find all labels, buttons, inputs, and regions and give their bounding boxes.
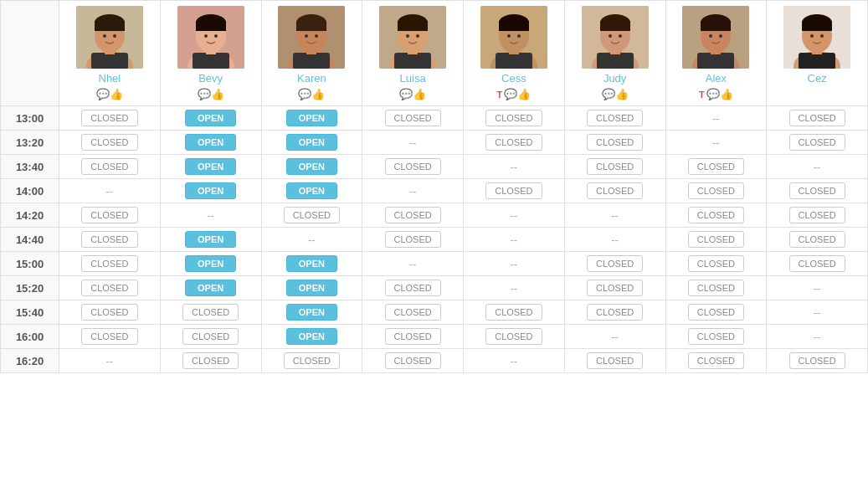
slot-cell[interactable]: CLOSED bbox=[767, 131, 868, 155]
slot-cell[interactable]: CLOSED bbox=[767, 252, 868, 276]
open-button[interactable]: OPEN bbox=[185, 182, 236, 199]
slot-cell[interactable]: CLOSED bbox=[362, 203, 464, 228]
slot-cell[interactable]: CLOSED bbox=[464, 300, 565, 325]
slot-cell[interactable]: CLOSED bbox=[665, 203, 767, 228]
closed-button[interactable]: CLOSED bbox=[587, 304, 643, 321]
slot-cell[interactable]: CLOSED bbox=[767, 203, 868, 228]
slot-cell[interactable]: OPEN bbox=[160, 252, 261, 276]
closed-button[interactable]: CLOSED bbox=[81, 207, 137, 223]
open-button[interactable]: OPEN bbox=[185, 134, 236, 151]
slot-cell[interactable]: CLOSED bbox=[665, 300, 767, 325]
closed-button[interactable]: CLOSED bbox=[182, 352, 239, 369]
closed-button[interactable]: CLOSED bbox=[587, 158, 643, 175]
closed-button[interactable]: CLOSED bbox=[81, 328, 137, 345]
closed-button[interactable]: CLOSED bbox=[385, 328, 441, 345]
closed-button[interactable]: CLOSED bbox=[385, 352, 441, 369]
slot-cell[interactable]: -- bbox=[261, 228, 362, 252]
open-button[interactable]: OPEN bbox=[185, 255, 236, 272]
slot-cell[interactable]: -- bbox=[464, 276, 565, 300]
slot-cell[interactable]: CLOSED bbox=[564, 155, 665, 179]
closed-button[interactable]: CLOSED bbox=[789, 231, 845, 248]
slot-cell[interactable]: CLOSED bbox=[59, 252, 161, 276]
closed-button[interactable]: CLOSED bbox=[485, 182, 542, 199]
closed-button[interactable]: CLOSED bbox=[789, 134, 845, 151]
slot-cell[interactable]: CLOSED bbox=[362, 228, 464, 252]
closed-button[interactable]: CLOSED bbox=[284, 207, 340, 223]
slot-cell[interactable]: CLOSED bbox=[464, 325, 565, 349]
open-button[interactable]: OPEN bbox=[286, 328, 337, 345]
slot-cell[interactable]: CLOSED bbox=[464, 131, 565, 155]
slot-cell[interactable]: CLOSED bbox=[665, 179, 767, 203]
slot-cell[interactable]: -- bbox=[464, 203, 565, 228]
slot-cell[interactable]: CLOSED bbox=[564, 276, 665, 300]
closed-button[interactable]: CLOSED bbox=[284, 352, 340, 369]
slot-cell[interactable]: CLOSED bbox=[564, 349, 665, 373]
closed-button[interactable]: CLOSED bbox=[485, 134, 542, 151]
slot-cell[interactable]: OPEN bbox=[261, 106, 362, 131]
slot-cell[interactable]: OPEN bbox=[261, 300, 362, 325]
slot-cell[interactable]: CLOSED bbox=[564, 106, 665, 131]
slot-cell[interactable]: -- bbox=[59, 349, 161, 373]
closed-button[interactable]: CLOSED bbox=[587, 110, 643, 126]
slot-cell[interactable]: CLOSED bbox=[665, 276, 767, 300]
open-button[interactable]: OPEN bbox=[185, 280, 236, 296]
closed-button[interactable]: CLOSED bbox=[81, 158, 137, 175]
slot-cell[interactable]: OPEN bbox=[261, 155, 362, 179]
slot-cell[interactable]: OPEN bbox=[261, 131, 362, 155]
closed-button[interactable]: CLOSED bbox=[688, 231, 744, 248]
open-button[interactable]: OPEN bbox=[286, 280, 337, 296]
closed-button[interactable]: CLOSED bbox=[81, 255, 137, 272]
closed-button[interactable]: CLOSED bbox=[789, 110, 845, 126]
slot-cell[interactable]: CLOSED bbox=[464, 106, 565, 131]
slot-cell[interactable]: OPEN bbox=[261, 276, 362, 300]
slot-cell[interactable]: CLOSED bbox=[767, 228, 868, 252]
slot-cell[interactable]: CLOSED bbox=[464, 179, 565, 203]
closed-button[interactable]: CLOSED bbox=[385, 110, 441, 126]
closed-button[interactable]: CLOSED bbox=[789, 352, 845, 369]
slot-cell[interactable]: -- bbox=[362, 131, 464, 155]
closed-button[interactable]: CLOSED bbox=[587, 182, 643, 199]
slot-cell[interactable]: CLOSED bbox=[261, 349, 362, 373]
closed-button[interactable]: CLOSED bbox=[81, 280, 137, 296]
slot-cell[interactable]: CLOSED bbox=[59, 325, 161, 349]
open-button[interactable]: OPEN bbox=[286, 158, 337, 175]
closed-button[interactable]: CLOSED bbox=[688, 158, 744, 175]
slot-cell[interactable]: CLOSED bbox=[665, 228, 767, 252]
open-button[interactable]: OPEN bbox=[286, 134, 337, 151]
slot-cell[interactable]: OPEN bbox=[160, 276, 261, 300]
slot-cell[interactable]: -- bbox=[665, 106, 767, 131]
slot-cell[interactable]: OPEN bbox=[261, 252, 362, 276]
closed-button[interactable]: CLOSED bbox=[81, 110, 137, 126]
slot-cell[interactable]: CLOSED bbox=[59, 276, 161, 300]
closed-button[interactable]: CLOSED bbox=[789, 182, 845, 199]
slot-cell[interactable]: CLOSED bbox=[59, 228, 161, 252]
slot-cell[interactable]: CLOSED bbox=[160, 325, 261, 349]
slot-cell[interactable]: CLOSED bbox=[59, 131, 161, 155]
slot-cell[interactable]: CLOSED bbox=[362, 300, 464, 325]
slot-cell[interactable]: CLOSED bbox=[59, 155, 161, 179]
closed-button[interactable]: CLOSED bbox=[385, 207, 441, 223]
slot-cell[interactable]: -- bbox=[464, 349, 565, 373]
closed-button[interactable]: CLOSED bbox=[688, 280, 744, 296]
closed-button[interactable]: CLOSED bbox=[182, 304, 239, 321]
open-button[interactable]: OPEN bbox=[286, 182, 337, 199]
slot-cell[interactable]: CLOSED bbox=[261, 203, 362, 228]
open-button[interactable]: OPEN bbox=[185, 110, 236, 126]
slot-cell[interactable]: CLOSED bbox=[59, 203, 161, 228]
closed-button[interactable]: CLOSED bbox=[485, 304, 542, 321]
slot-cell[interactable]: CLOSED bbox=[160, 349, 261, 373]
slot-cell[interactable]: CLOSED bbox=[767, 179, 868, 203]
slot-cell[interactable]: -- bbox=[464, 228, 565, 252]
slot-cell[interactable]: -- bbox=[160, 203, 261, 228]
closed-button[interactable]: CLOSED bbox=[688, 328, 744, 345]
slot-cell[interactable]: CLOSED bbox=[160, 300, 261, 325]
closed-button[interactable]: CLOSED bbox=[385, 304, 441, 321]
slot-cell[interactable]: OPEN bbox=[261, 325, 362, 349]
open-button[interactable]: OPEN bbox=[185, 158, 236, 175]
closed-button[interactable]: CLOSED bbox=[688, 255, 744, 272]
slot-cell[interactable]: CLOSED bbox=[767, 106, 868, 131]
slot-cell[interactable]: -- bbox=[665, 131, 767, 155]
closed-button[interactable]: CLOSED bbox=[182, 328, 239, 345]
closed-button[interactable]: CLOSED bbox=[688, 182, 744, 199]
closed-button[interactable]: CLOSED bbox=[81, 134, 137, 151]
